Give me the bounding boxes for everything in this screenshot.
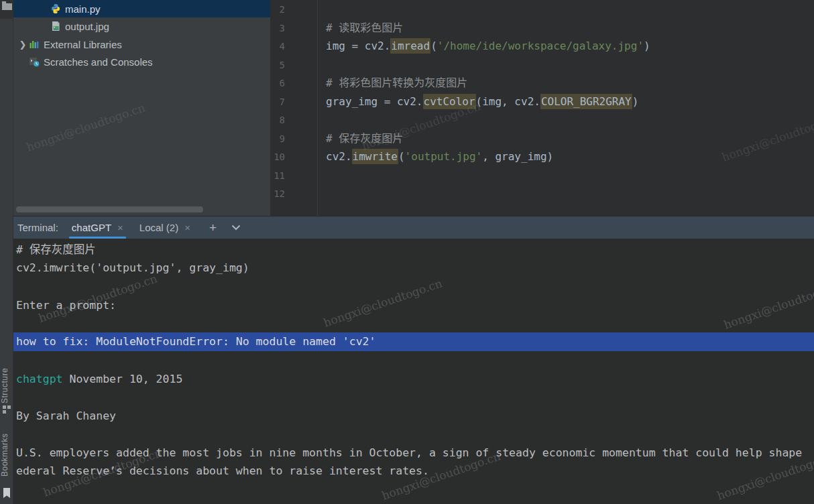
- terminal-line: ederal Reserve’s decisions about when to…: [13, 462, 814, 481]
- terminal-line: cv2.imwrite('output.jpg', gray_img): [13, 259, 814, 277]
- code-text: gray_img = cv2.cvtColor(img, cv2.COLOR_B…: [326, 92, 638, 111]
- line-number: 11: [270, 166, 285, 185]
- terminal-line: # 保存灰度图片: [13, 241, 814, 259]
- line-number: 3: [270, 19, 285, 38]
- code-line[interactable]: 9 # 保存灰度图片: [270, 129, 814, 148]
- line-number: 4: [270, 37, 285, 56]
- tree-item-label: main.py: [65, 3, 101, 15]
- terminal-line: By Sarah Chaney: [13, 407, 814, 426]
- code-comment: # 保存灰度图片: [326, 129, 403, 148]
- tree-item-label: External Libraries: [44, 39, 122, 50]
- terminal-tab-bar: Terminal: chatGPT × Local (2) × +: [13, 216, 814, 239]
- bookmark-icon[interactable]: [2, 488, 11, 499]
- tree-item-output-jpg[interactable]: output.jpg: [13, 17, 270, 35]
- code-text: cv2.imwrite('output.jpg', gray_img): [326, 147, 553, 166]
- terminal-output[interactable]: # 保存灰度图片 cv2.imwrite('output.jpg', gray_…: [13, 239, 814, 504]
- image-file-icon: [50, 21, 61, 32]
- terminal-line-selected[interactable]: how to fix: ModuleNotFoundError: No modu…: [13, 332, 814, 351]
- horizontal-scrollbar[interactable]: [16, 206, 203, 212]
- bookmarks-tool-button[interactable]: Bookmarks: [0, 425, 13, 485]
- code-editor[interactable]: 2 3 # 读取彩色图片 4 img = cv2.imread('/home/i…: [270, 0, 814, 216]
- code-line[interactable]: 8: [270, 111, 814, 129]
- tree-item-scratches[interactable]: Scratches and Consoles: [13, 53, 270, 70]
- line-number: 12: [270, 184, 285, 203]
- structure-icon[interactable]: [2, 405, 11, 414]
- line-number: 7: [270, 92, 285, 111]
- code-line[interactable]: 12: [270, 184, 814, 203]
- folder-icon: [2, 1, 12, 10]
- python-file-icon: [50, 3, 61, 14]
- code-text: img = cv2.imread('/home/ide/workspace/ga…: [326, 37, 650, 56]
- tree-item-external-libraries[interactable]: ❯ External Libraries: [13, 36, 270, 53]
- chevron-down-icon[interactable]: [231, 225, 241, 231]
- line-number: 2: [270, 0, 285, 19]
- code-line[interactable]: 5: [270, 56, 814, 74]
- code-line[interactable]: 2: [270, 0, 814, 19]
- tool-window-stripe: Structure Bookmarks: [0, 0, 13, 504]
- line-number: 9: [270, 129, 285, 148]
- tab-local-2[interactable]: Local (2) ×: [135, 216, 194, 239]
- code-comment: # 将彩色图片转换为灰度图片: [326, 74, 467, 92]
- add-tab-button[interactable]: +: [209, 221, 217, 234]
- structure-tool-button[interactable]: Structure: [0, 366, 13, 405]
- code-line[interactable]: 11: [270, 166, 814, 185]
- code-comment: # 读取彩色图片: [326, 19, 403, 38]
- ide-window: { "watermark": { "text": "hongxi@cloudto…: [0, 0, 814, 504]
- code-line[interactable]: 4 img = cv2.imread('/home/ide/workspace/…: [270, 37, 814, 56]
- line-number: 10: [270, 147, 285, 166]
- tab-chatgpt[interactable]: chatGPT ×: [68, 216, 127, 239]
- line-number: 8: [270, 111, 285, 129]
- code-line[interactable]: 7 gray_img = cv2.cvtColor(img, cv2.COLOR…: [270, 92, 814, 111]
- code-line[interactable]: 6 # 将彩色图片转换为灰度图片: [270, 74, 814, 92]
- terminal-label: Terminal:: [17, 222, 58, 233]
- code-line[interactable]: 10 cv2.imwrite('output.jpg', gray_img): [270, 147, 814, 166]
- close-icon[interactable]: ×: [117, 222, 123, 233]
- line-number: 5: [270, 56, 285, 74]
- project-tree-panel: main.py output.jpg ❯ External Libraries …: [13, 0, 270, 216]
- code-line[interactable]: 3 # 读取彩色图片: [270, 19, 814, 38]
- close-icon[interactable]: ×: [184, 222, 190, 233]
- libraries-icon: [29, 39, 40, 50]
- tree-item-label: output.jpg: [65, 21, 109, 32]
- line-number: 6: [270, 74, 285, 92]
- tree-item-label: Scratches and Consoles: [44, 56, 153, 68]
- terminal-line: U.S. employers added the most jobs in ni…: [13, 444, 814, 462]
- scratches-icon: [29, 56, 40, 67]
- tree-item-main-py[interactable]: main.py: [13, 0, 270, 17]
- terminal-prompt-label: Enter a prompt:: [13, 296, 814, 315]
- project-tool-button[interactable]: [0, 0, 13, 19]
- chevron-right-icon[interactable]: ❯: [17, 40, 29, 50]
- terminal-line: chatgpt November 10, 2015: [13, 370, 814, 389]
- chatgpt-tag: chatgpt: [16, 373, 63, 385]
